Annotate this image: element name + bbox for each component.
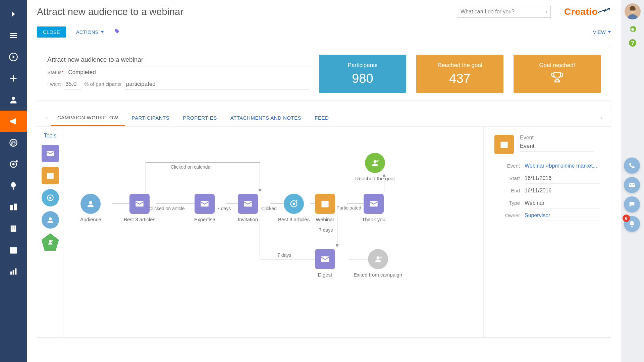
tab-workflow[interactable]: CAMPAIGN WORKFLOW (51, 110, 125, 126)
search-input[interactable] (461, 9, 545, 15)
nav-contacts[interactable] (0, 89, 27, 111)
close-button[interactable]: CLOSE (37, 26, 66, 38)
node-expertise[interactable]: Expertise (194, 194, 215, 222)
nav-analytics[interactable] (0, 261, 27, 282)
node-exited[interactable]: Exited from campaign (354, 249, 402, 278)
edge-clicked-calendar: Clicked on calendar (171, 164, 212, 170)
card-participants-value: 980 (352, 71, 373, 86)
tab-attachments[interactable]: ATTACHMENTS AND NOTES (224, 110, 308, 125)
nav-campaigns[interactable] (0, 111, 27, 132)
status-value[interactable]: Completed (67, 68, 309, 78)
mail-button[interactable] (624, 177, 640, 193)
tool-goal[interactable] (42, 233, 59, 251)
nav-events[interactable] (0, 175, 27, 196)
nav-menu[interactable] (0, 25, 27, 46)
actions-dropdown[interactable]: ACTIONS (76, 29, 104, 35)
search-go-icon[interactable]: › (545, 9, 547, 15)
node-audience[interactable]: Audience (80, 194, 101, 222)
pct-value[interactable]: participated (125, 80, 309, 90)
tool-audience[interactable] (42, 211, 59, 229)
info-section: Attract new audience to a webinar Status… (37, 47, 611, 101)
det-type-value[interactable]: Webinar (525, 199, 600, 208)
svg-rect-53 (501, 142, 508, 143)
tab-participants[interactable]: PARTICIPANTS (125, 110, 176, 125)
node-webinar[interactable]: Webinar (315, 194, 335, 222)
iwant-label: I want (47, 81, 61, 87)
caret-down-icon (101, 31, 104, 33)
card-participants-label: Participants (348, 62, 378, 69)
det-event-value[interactable]: Webinar «bpm'online market... (525, 162, 600, 171)
svg-point-1 (12, 97, 15, 100)
main-area: Attract new audience to a webinar › Crea… (27, 0, 621, 362)
nav-expand[interactable] (0, 3, 27, 25)
iwant-value[interactable]: 35.0 (64, 80, 81, 90)
node-best3-a[interactable]: Best 3 articles (124, 194, 155, 222)
nav-building[interactable] (0, 218, 27, 239)
tab-section: ‹ CAMPAIGN WORKFLOW PARTICIPANTS PROPERT… (37, 109, 611, 338)
view-dropdown[interactable]: VIEW (593, 29, 611, 35)
tabs-prev[interactable]: ‹ (43, 114, 51, 121)
nav-email[interactable]: @ (0, 132, 27, 154)
nav-accounts[interactable] (0, 196, 27, 218)
svg-point-49 (373, 160, 376, 163)
det-start-value[interactable]: 16/11/2016 (525, 175, 600, 184)
node-thankyou[interactable]: Thank you (362, 194, 385, 222)
svg-point-29 (49, 217, 52, 220)
trophy-icon (550, 71, 564, 86)
svg-rect-10 (12, 227, 12, 227)
det-owner-value[interactable]: Supervisor (525, 212, 600, 221)
svg-rect-12 (12, 229, 12, 229)
actions-label: ACTIONS (76, 29, 99, 35)
node-reached[interactable]: Reached the goal (355, 153, 395, 181)
chat-button[interactable] (624, 196, 640, 213)
svg-rect-8 (14, 204, 17, 210)
nav-play[interactable] (0, 46, 27, 68)
tool-target[interactable] (42, 189, 59, 206)
card-reached-label: Reached the goal (437, 62, 482, 69)
tag-icon[interactable] (114, 28, 120, 36)
right-rail: ? 6 (621, 0, 644, 362)
tabs-next[interactable]: › (597, 114, 605, 121)
global-search[interactable]: › (457, 6, 551, 18)
node-invitation[interactable]: Invitation (238, 194, 258, 222)
tab-feed[interactable]: FEED (308, 110, 335, 125)
det-event-label: Event (494, 163, 525, 169)
settings-icon[interactable] (627, 24, 638, 35)
details-panel: Event Event EventWebinar «bpm'online mar… (483, 127, 611, 337)
svg-rect-18 (15, 268, 17, 275)
workflow-canvas[interactable]: Clicked on article Clicked on calendar 7… (63, 127, 483, 337)
tool-event[interactable] (42, 167, 59, 184)
node-best3-b[interactable]: Best 3 articles (278, 194, 310, 222)
tab-properties[interactable]: PROPERTIES (176, 110, 223, 125)
svg-rect-11 (14, 227, 15, 227)
campaign-name[interactable]: Attract new audience to a webinar (47, 55, 309, 66)
details-icon (494, 135, 514, 154)
logo-text: Creatio (564, 6, 598, 17)
workflow-body: Tools (37, 127, 611, 337)
card-participants: Participants 980 (319, 55, 406, 93)
det-end-value[interactable]: 16/11/2016 (525, 187, 600, 196)
notifications-button[interactable]: 6 (624, 216, 640, 232)
tools-panel: Tools (37, 127, 63, 337)
details-title-value[interactable]: Event (520, 143, 594, 152)
det-end-label: End (494, 188, 525, 193)
svg-rect-26 (47, 173, 54, 174)
edge-clicked: Clicked (261, 206, 277, 211)
svg-point-45 (293, 203, 295, 205)
det-owner-label: Owner (494, 213, 525, 218)
nav-add[interactable] (0, 68, 27, 89)
card-reached: Reached the goal 437 (416, 55, 503, 93)
edge-7days-1: 7 days (217, 206, 231, 211)
view-label: VIEW (593, 29, 606, 35)
tool-email[interactable] (42, 145, 59, 162)
svg-text:?: ? (631, 40, 634, 46)
tools-title: Tools (44, 133, 56, 139)
user-avatar[interactable] (625, 3, 641, 19)
tabs: ‹ CAMPAIGN WORKFLOW PARTICIPANTS PROPERT… (37, 109, 611, 127)
phone-button[interactable] (624, 158, 640, 174)
nav-target[interactable] (0, 154, 27, 175)
edge-participated: Participated (336, 205, 361, 210)
nav-calendar[interactable] (0, 239, 27, 261)
node-digest[interactable]: Digest (315, 249, 335, 278)
help-icon[interactable]: ? (627, 38, 638, 48)
